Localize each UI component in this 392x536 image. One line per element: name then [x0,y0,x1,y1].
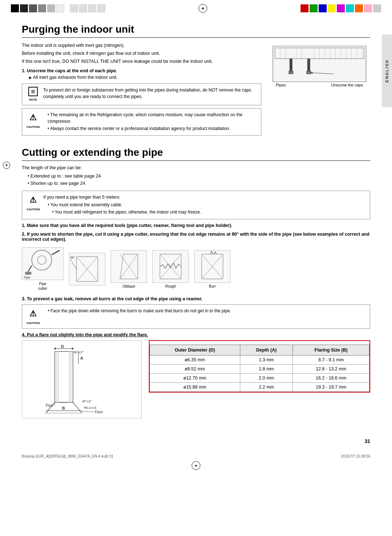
cutting-intro: The length of the pipe can be: [22,165,370,170]
box-oblique [111,250,147,283]
caution-5m-bullets: You must extend the assembly cable. You … [43,202,201,215]
pipe-label-row: Pipes Unscrew the caps [272,82,367,88]
table-header-row: Outer Diameter (D) Depth (A) Flaring Siz… [150,345,369,356]
unscrew-label: Unscrew the caps [331,83,363,87]
col-header-1: Depth (A) [240,345,293,356]
svg-line-32 [70,259,77,269]
caution-triangle-5m: ⚠ [29,194,37,206]
pipe-diagram [272,46,367,82]
caution-icon-2: ⚠ CAUTION [26,308,40,325]
purging-step1: 1. Unscrew the caps at the end of each p… [22,68,261,80]
box-rough [152,250,189,283]
caution-label-2: CAUTION [26,321,40,325]
caution-bullets-1: The remaining air in the Refrigeration c… [43,111,257,132]
note-label: NOTE [29,98,37,102]
caution-icon-1: ⚠ CAUTION [26,111,40,129]
svg-text:A: A [80,356,83,360]
note-text: To prevent dirt or foreign substances fr… [43,87,257,100]
svg-rect-4 [289,71,293,74]
svg-90deg: 90° [69,253,105,285]
caution-triangle-2: ⚠ [29,308,37,320]
cut-step1: 1. Make sure that you have all the requi… [22,223,370,228]
flare-layout: D A B 90°±2° 45°±2° R0.4-0.8 Pipe Fl [22,340,370,418]
table-row: ø12.70 mm2.0 mm16.2 - 16.6 mm [150,374,369,383]
caution-content-1: The remaining air in the Refrigeration c… [43,111,257,133]
col-header-2: Flaring Size (B) [293,345,369,356]
svg-rect-5 [307,71,311,74]
caution-box-2: ⚠ CAUTION Face the pipe down while remov… [22,304,370,329]
svg-text:D: D [61,344,64,349]
col-header-0: Outer Diameter (D) [150,345,240,356]
pipes-label: Pipes [276,83,286,87]
table-header: Outer Diameter (D) Depth (A) Flaring Siz… [150,345,369,356]
caution-5m-line0: If you need a pipe longer than 5 meters: [43,194,201,200]
caution-bullet-2: Face the pipe down while removing the bu… [43,308,231,314]
caution-bullet-1-1: Always contact the service center or a p… [43,125,257,132]
svg-text:90°: 90° [70,256,75,259]
caution-box-5m: ⚠ CAUTION If you need a pipe longer than… [22,191,370,219]
table-cell-2-1: 2.0 mm [240,374,293,383]
caution-5m-line2: You must add refrigerant to the pipes; o… [43,209,201,215]
note-symbol: ≡ [28,87,38,96]
cut-step4: 4. Put a flare nut slightly into the pip… [22,332,370,337]
table-cell-2-0: ø12.70 mm [150,374,240,383]
flare-table: Outer Diameter (D) Depth (A) Flaring Siz… [150,345,369,392]
flare-svg: D A B 90°±2° 45°±2° R0.4-0.8 Pipe Fl [26,344,135,413]
svg-burr [195,250,230,283]
caution-5m-line1: You must extend the assembly cable. [43,202,201,208]
flare-table-container: Outer Diameter (D) Depth (A) Flaring Siz… [149,340,370,418]
purging-left-col: The indoor unit is supplied with inert g… [22,42,261,139]
step1-sub: All inert gas exhausts from the indoor u… [22,75,261,80]
svg-rect-24 [25,272,32,275]
diagram-90deg: 90° [69,253,105,285]
reg-mark-left: + [3,162,10,169]
diagram-rough: Rough [152,250,189,288]
page-number: 31 [22,438,370,444]
note-icon: ≡ NOTE [26,87,40,102]
table-cell-0-1: 1.3 mm [240,356,293,365]
pipe-cutter-box: Pipe [22,247,64,280]
svg-line-58 [82,411,94,412]
rough-label: Rough [165,284,176,288]
oblique-label: Oblique [123,284,135,288]
svg-text:45°±2°: 45°±2° [82,399,92,403]
pipe-cutter-svg: Pipe [22,247,63,280]
cut-step2: 2. If you want to shorten the pipe, cut … [22,232,370,242]
pipe-diagrams-row: Pipe Pipecutter 90° [22,247,370,291]
caution-box-1: ⚠ CAUTION The remaining air in the Refri… [22,108,261,136]
svg-rough [153,250,188,283]
svg-oblique [111,250,147,283]
box-burr [194,250,230,283]
svg-text:Pipe: Pipe [46,403,53,407]
svg-point-21 [32,250,52,270]
svg-rect-42 [55,352,73,402]
purging-layout: The indoor unit is supplied with inert g… [22,42,370,139]
svg-text:B: B [62,406,65,410]
side-language-label: ENGLISH [382,34,392,107]
cutting-bullet-1: Shorten up to: see page 24 [22,180,370,187]
section1-title: Purging the indoor unit [22,24,370,38]
box-90deg: 90° [69,253,105,285]
caution-bullet-1-0: The remaining air in the Refrigeration c… [43,111,257,125]
reg-mark-bottom: + [0,461,392,473]
table-cell-3-2: 19.3 - 19.7 mm [293,383,369,392]
registration-mark-top [197,3,208,14]
reg-circle-bottom: + [192,461,200,470]
page-content: ENGLISH + Purging the indoor unit The in… [0,16,392,433]
table-row: ø6.35 mm1.3 mm8.7 - 9.1 mm [150,356,369,365]
page-number-area: 31 [0,438,392,444]
intro-line-1: The indoor unit is supplied with inert g… [22,42,261,49]
cut-step3: 3. To prevent a gas leak, remove all bur… [22,296,370,301]
diagram-burr: Burr [194,250,230,288]
step1-title: 1. Unscrew the caps at the end of each p… [22,68,261,73]
note-box: ≡ NOTE To prevent dirt or foreign substa… [22,84,261,105]
cutting-bullet-0: Extended up to : see table page 24 [22,172,370,180]
caution-label-1: CAUTION [26,125,40,129]
purging-right-col: Pipes Unscrew the caps [269,42,370,139]
caution-text-2: Face the pipe down while removing the bu… [43,308,231,315]
table-cell-2-2: 16.2 - 16.6 mm [293,374,369,383]
table-outer-border: Outer Diameter (D) Depth (A) Flaring Siz… [149,340,370,393]
table-cell-1-0: ø9.52 mm [150,365,240,374]
pipe-diagram-svg [273,46,366,82]
svg-line-25 [52,251,60,255]
